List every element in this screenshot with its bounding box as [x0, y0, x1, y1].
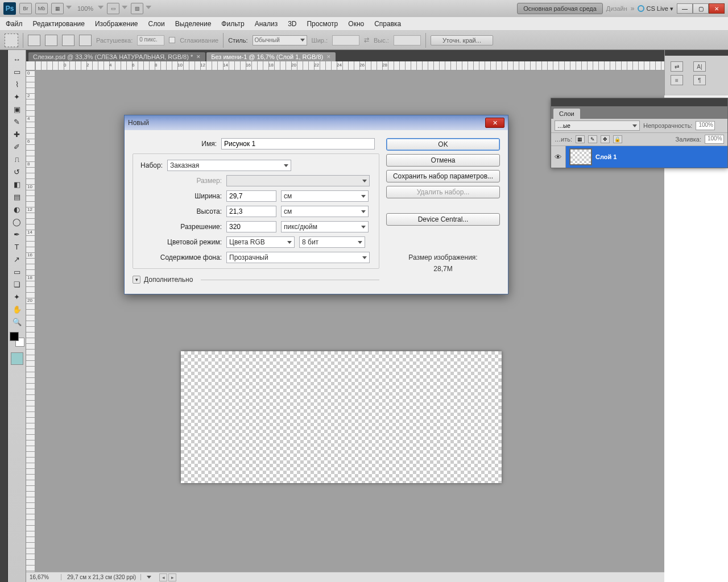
brush-tool-icon[interactable]: ✐ — [10, 141, 24, 152]
cs-live-button[interactable]: CS Live ▾ — [638, 5, 673, 13]
paragraph-panel-icon[interactable]: ¶ — [693, 75, 706, 85]
feather-input[interactable]: 0 пикс. — [137, 35, 164, 45]
name-input[interactable] — [221, 138, 375, 149]
add-selection-icon[interactable] — [45, 35, 57, 46]
minibridge-icon[interactable]: Mb — [35, 3, 48, 14]
path-tool-icon[interactable]: ↗ — [10, 253, 24, 265]
current-tool-icon[interactable] — [5, 34, 18, 47]
styles-panel-icon[interactable]: ≡ — [671, 75, 683, 85]
history-brush-icon[interactable]: ↺ — [10, 166, 24, 177]
close-button[interactable]: ✕ — [709, 3, 725, 14]
menu-view[interactable]: Просмотр — [307, 20, 338, 28]
menu-3d[interactable]: 3D — [288, 20, 296, 28]
lasso-tool-icon[interactable]: ⌇ — [10, 78, 24, 90]
layer-thumbnail[interactable] — [569, 148, 592, 165]
refine-edge-button[interactable]: Уточн. край... — [431, 35, 493, 45]
menu-edit[interactable]: Редактирование — [33, 20, 85, 28]
color-swatches[interactable] — [10, 332, 24, 347]
scroll-left-icon[interactable]: ◂ — [159, 573, 167, 581]
ok-button[interactable]: OK — [386, 138, 500, 151]
chevron-down-icon[interactable] — [98, 6, 104, 11]
workspace-main-button[interactable]: Основная рабочая среда — [517, 3, 603, 14]
background-select[interactable]: Прозрачный — [226, 252, 370, 263]
wand-tool-icon[interactable]: ✦ — [10, 91, 24, 102]
pen-tool-icon[interactable]: ✒ — [10, 228, 24, 240]
workspace-design-label[interactable]: Дизайн — [606, 5, 627, 12]
menu-image[interactable]: Изображение — [95, 20, 138, 28]
3d-cam-icon[interactable]: ✦ — [10, 291, 24, 302]
close-icon[interactable]: ✕ — [326, 54, 331, 60]
fill-input[interactable]: 100% — [705, 135, 724, 144]
status-zoom[interactable]: 16,67% — [30, 574, 61, 580]
canvas[interactable] — [181, 351, 502, 483]
collapse-bar[interactable] — [665, 50, 728, 56]
gradient-tool-icon[interactable]: ▤ — [10, 191, 24, 202]
ruler-origin[interactable] — [26, 61, 35, 70]
resolution-input[interactable] — [226, 221, 276, 232]
ruler-horizontal[interactable]: 0246810121416182022242628 — [35, 61, 664, 70]
blur-tool-icon[interactable]: ◐ — [10, 203, 24, 215]
maximize-button[interactable]: ▢ — [693, 3, 709, 14]
zoom-display[interactable]: 100% — [75, 5, 96, 12]
3d-tool-icon[interactable]: ❏ — [10, 278, 24, 290]
lock-position-icon[interactable]: ✥ — [601, 135, 610, 143]
move-tool-icon[interactable]: ↔ — [10, 53, 24, 65]
ruler-vertical[interactable]: 02468101214161820 — [26, 70, 35, 574]
dialog-titlebar[interactable]: Новый ✕ — [125, 115, 508, 130]
menu-filter[interactable]: Фильтр — [221, 20, 244, 28]
chevron-down-icon[interactable] — [147, 576, 151, 579]
blend-mode-select[interactable]: …ые — [555, 120, 640, 131]
document-tab[interactable]: Слезки.psd @ 33,3% (СЛЕЗА НАТУРАЛЬНАЯ, R… — [28, 52, 205, 61]
minimize-button[interactable]: — — [677, 3, 693, 14]
chevron-down-icon[interactable] — [122, 6, 127, 11]
character-panel-icon[interactable]: A| — [693, 61, 706, 72]
crop-tool-icon[interactable]: ▣ — [10, 103, 24, 115]
panel-grip[interactable] — [551, 98, 727, 106]
width-input[interactable] — [226, 190, 276, 202]
menu-help[interactable]: Справка — [374, 20, 401, 28]
marquee-tool-icon[interactable]: ▭ — [10, 66, 24, 77]
preset-select[interactable]: Заказная — [167, 160, 291, 171]
scroll-right-icon[interactable]: ▸ — [168, 573, 176, 581]
foreground-color-swatch[interactable] — [10, 332, 19, 341]
device-central-button[interactable]: Device Central... — [386, 213, 500, 226]
screen-mode-icon[interactable]: ▭ — [107, 3, 119, 14]
shape-tool-icon[interactable]: ▭ — [10, 266, 24, 277]
eyedropper-tool-icon[interactable]: ✎ — [10, 116, 24, 127]
height-unit-select[interactable]: см — [281, 206, 369, 217]
chevron-down-icon[interactable] — [146, 6, 151, 11]
dialog-close-button[interactable]: ✕ — [485, 118, 504, 128]
type-tool-icon[interactable]: T — [10, 241, 24, 252]
chevron-down-icon[interactable]: ▾ — [133, 276, 140, 284]
menu-analysis[interactable]: Анализ — [255, 20, 278, 28]
zoom-tool-icon[interactable]: 🔍 — [10, 316, 24, 327]
close-icon[interactable]: ✕ — [196, 54, 201, 60]
height-input[interactable] — [226, 206, 276, 217]
subtract-selection-icon[interactable] — [62, 35, 75, 46]
bridge-icon[interactable]: Br — [19, 3, 32, 14]
adjust-panel-icon[interactable]: ⇄ — [671, 61, 683, 72]
lock-transparent-icon[interactable]: ▦ — [576, 135, 585, 143]
arrange-docs-icon[interactable]: ▦ — [51, 3, 64, 14]
hand-tool-icon[interactable]: ✋ — [10, 304, 24, 315]
menu-file[interactable]: Файл — [6, 20, 23, 28]
color-mode-select[interactable]: Цвета RGB — [226, 236, 295, 248]
advanced-toggle[interactable]: ▾ Дополнительно — [133, 276, 379, 284]
eraser-tool-icon[interactable]: ◧ — [10, 178, 24, 190]
menu-window[interactable]: Окно — [348, 20, 364, 28]
style-select[interactable]: Обычный — [253, 35, 307, 45]
healing-tool-icon[interactable]: ✚ — [10, 128, 24, 140]
intersect-selection-icon[interactable] — [79, 35, 92, 46]
stamp-tool-icon[interactable]: ⎍ — [10, 153, 24, 165]
new-selection-icon[interactable] — [28, 35, 40, 46]
extras-icon[interactable]: ▧ — [131, 3, 143, 14]
status-dims[interactable]: 29,7 см x 21,3 см (320 ppi) — [67, 574, 141, 580]
chevron-down-icon[interactable] — [66, 6, 72, 11]
chevron-right-icon[interactable]: » — [631, 5, 635, 13]
layer-name[interactable]: Слой 1 — [595, 153, 617, 160]
lock-all-icon[interactable]: 🔒 — [613, 135, 622, 143]
save-preset-button[interactable]: Сохранить набор параметров... — [386, 170, 500, 182]
opacity-input[interactable]: 100% — [696, 121, 715, 130]
resolution-unit-select[interactable]: пикс/дюйм — [281, 221, 369, 232]
layers-tab[interactable]: Слои — [553, 109, 580, 119]
